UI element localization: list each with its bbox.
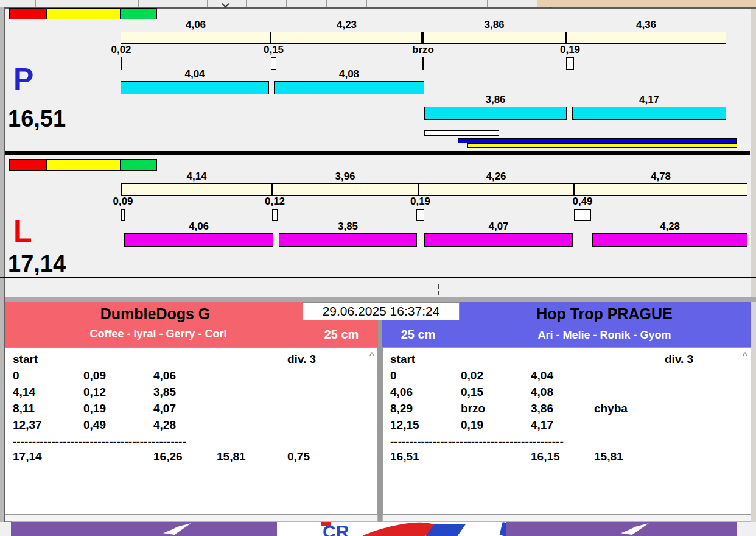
table-total-cell: 15,81 [217,450,246,464]
table-separator: ----------------------------------------… [13,435,186,448]
banner-blue-sliver-icon [500,522,506,536]
change-tick-line [422,57,424,70]
dog-run-bar [592,233,747,247]
split-time-label: 4,06 [186,19,206,31]
table-total-cell: 16,26 [153,450,183,464]
table-cell: 12,37 [13,418,42,432]
table-cell: 0 [390,369,397,383]
team-panel-bottom-strip[interactable] [5,515,378,522]
center-tick-mark [438,291,439,295]
dog-run-bar [279,233,417,247]
banner-red-swoosh-icon [349,522,439,536]
change-time-label: 0,12 [265,196,285,208]
dog-time-label: 3,85 [338,220,358,233]
team-body-right: ^ startdiv. 300,024,044,060,154,088,29br… [382,347,751,515]
table-cell: 3,86 [531,402,553,415]
start-light-cell [46,159,84,171]
start-light-cell [120,8,158,19]
table-cell: 12,15 [390,418,419,432]
change-tick-box [416,209,424,221]
overlay-bar [458,138,737,143]
change-tick-box [574,209,591,221]
team-dogs-left: Coffee - Iyrai - Gerry - Cori [6,328,310,340]
dog-time-label: 4,08 [339,68,359,80]
center-tick-mark [438,284,439,289]
change-tick-line [121,57,122,70]
start-light-cell [9,8,47,19]
change-tick-box [272,209,278,221]
table-total-cell: 16,15 [531,450,560,464]
table-cell: chyba [594,402,628,415]
table-cell: 4,28 [153,418,176,432]
dog-time-label: 4,17 [639,94,659,106]
lane-separator-line [5,149,750,149]
start-light-cell [120,159,158,171]
split-divider [421,32,424,44]
split-divider [565,32,567,44]
timing-app-window: 4,064,233,864,360,020,15brzo0,194,044,08… [0,0,756,536]
split-time-label: 3,96 [335,171,355,183]
start-light-cell [83,8,121,19]
table-total-cell: 16,51 [390,450,419,464]
table-cell: 0,09 [83,369,106,383]
dog-time-label: 4,04 [184,68,205,80]
table-cell: 4,07 [153,402,176,415]
start-lights [10,8,157,19]
lane-separator-line [5,130,750,130]
start-light-cell [46,8,84,19]
table-cell: 0 [13,369,19,383]
table-cell: 4,04 [531,369,553,383]
scroll-up-icon[interactable]: ^ [743,350,747,359]
team-name-left: DumbleDogs G [5,305,306,323]
split-divider [271,183,273,196]
split-divider [270,32,271,44]
lane-thick-separator [5,151,750,155]
team-height-right: 25 cm [388,328,449,342]
scroll-up-icon[interactable]: ^ [369,350,374,359]
table-start-label: start [390,353,415,366]
table-cell: 0,19 [461,418,483,432]
table-division-label: div. 3 [665,353,693,366]
team-panel-bottom-strip[interactable] [382,515,751,522]
dog-run-bar [124,233,273,247]
table-cell: 8,11 [13,402,35,415]
table-cell: 0,49 [83,418,106,432]
change-time-label: 0,09 [113,196,133,208]
banner-purple-block-left [11,522,277,536]
split-time-label: 4,23 [337,19,357,31]
panel-divider [378,302,382,522]
cr-logo-text: CR [323,523,349,536]
table-total-cell: 17,14 [13,450,42,464]
table-cell: 4,06 [390,386,413,399]
scrollbar-corner [5,515,12,522]
team-panel-right: Hop Trop PRAGUE Ari - Melie - Roník - Gy… [382,302,751,522]
split-divider [418,183,419,196]
dog-run-bar [572,107,726,120]
table-cell: 8,29 [390,402,413,415]
table-total-cell: 15,81 [594,450,623,464]
datetime-box: 29.06.2025 16:37:24 [303,302,460,320]
datetime-text: 29.06.2025 16:37:24 [323,304,440,318]
lane-letter: L [13,216,32,247]
dog-time-label: 4,28 [660,220,680,233]
overlay-bar [424,130,499,136]
start-light-cell [83,159,121,171]
change-tick-box [271,57,276,70]
split-bar [121,183,747,196]
dog-time-label: 4,07 [488,220,508,233]
change-tick-box [566,57,574,70]
table-start-label: start [13,353,38,366]
lane-total-time: 16,51 [8,107,66,130]
table-cell: 4,08 [531,386,553,399]
table-cell: 0,15 [461,386,483,399]
dog-time-label: 4,06 [189,220,209,233]
split-time-label: 3,86 [484,19,504,31]
team-height-left: 25 cm [311,328,372,342]
change-time-label: 0,19 [560,44,580,56]
team-body-left: ^ startdiv. 300,094,064,140,123,858,110,… [5,347,378,515]
table-cell: brzo [461,402,485,415]
table-cell: 3,85 [153,386,176,399]
table-cell: 4,06 [153,369,176,383]
split-time-label: 4,26 [486,171,506,183]
banner-swoosh-icon [621,523,649,535]
